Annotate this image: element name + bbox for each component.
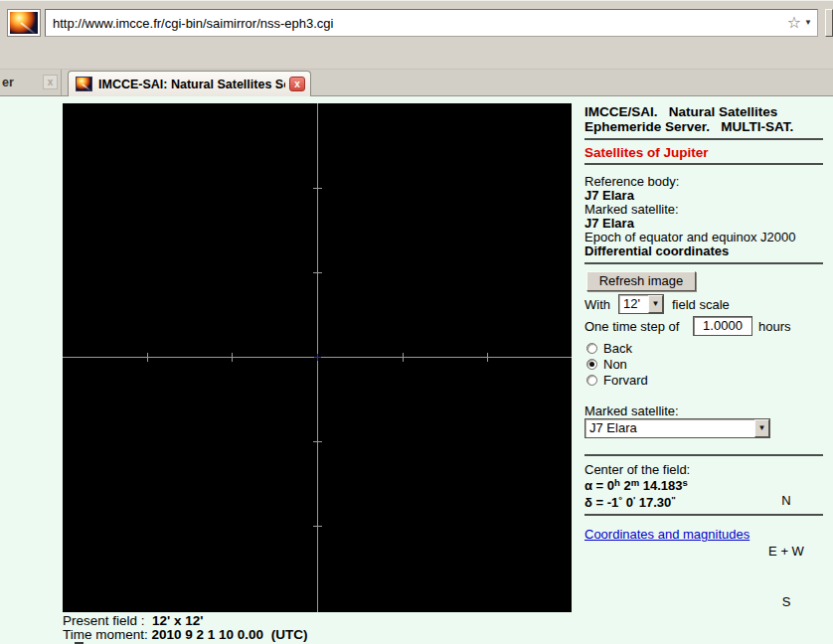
divider xyxy=(584,514,823,516)
bookmark-star-icon[interactable]: ☆ xyxy=(787,15,801,31)
axis-tick xyxy=(313,188,322,189)
present-field-label: Present field : xyxy=(63,613,152,628)
tab-close-icon[interactable]: x xyxy=(289,77,305,91)
radio-icon[interactable] xyxy=(586,343,597,354)
field-scale-suffix: field scale xyxy=(672,297,730,312)
divider xyxy=(584,454,823,456)
chevron-down-icon[interactable]: ▼ xyxy=(648,295,663,313)
marked-satellite-select-label: Marked satellite: xyxy=(584,403,679,418)
right-ascension-value: α = 0h 2m 14.183s xyxy=(584,478,688,493)
site-favicon-button[interactable] xyxy=(7,9,41,37)
epoch-text: Epoch of equator and equinox J2000 xyxy=(584,231,823,244)
with-label: With xyxy=(584,297,610,312)
marked-satellite-select[interactable]: J7 Elara ▼ xyxy=(584,418,770,438)
compass-rose: N E + W S xyxy=(755,458,817,627)
center-of-field-label: Center of the field: xyxy=(584,462,690,477)
radio-forvard-label: Forvard xyxy=(603,373,648,388)
field-scale-select[interactable]: 12' ▼ xyxy=(618,294,664,314)
axis-tick xyxy=(232,353,233,362)
radio-icon[interactable] xyxy=(586,359,597,370)
time-moment-value: 2010 9 2 1 10 0.00 xyxy=(152,627,264,642)
radio-non[interactable]: Non xyxy=(586,357,627,372)
bookmark-dropdown-icon[interactable]: ▼ xyxy=(804,19,812,27)
radio-icon[interactable] xyxy=(586,375,597,386)
sky-image xyxy=(63,103,572,612)
address-bar[interactable]: http://www.imcce.fr/cgi-bin/saimirror/ns… xyxy=(45,9,818,37)
tab-title: IMCCE-SAI: Natural Satellites Ser... xyxy=(98,78,285,91)
comet-favicon-icon xyxy=(10,12,38,34)
compass-south: S xyxy=(755,593,817,610)
address-bar-side-button[interactable] xyxy=(825,9,833,37)
tab-favicon-icon xyxy=(76,77,92,91)
tab-background-partial[interactable]: er x xyxy=(0,70,62,95)
reference-body-value: J7 Elara xyxy=(584,189,823,203)
ephemeris-info-block: Reference body: J7 Elara Marked satellit… xyxy=(584,175,823,258)
compass-north: N xyxy=(755,492,817,509)
present-field-value: 12' x 12' xyxy=(152,613,203,628)
radio-back[interactable]: Back xyxy=(586,341,632,356)
compass-east-west: E + W xyxy=(755,543,817,560)
present-field-line: Present field : 12' x 12' xyxy=(63,613,204,628)
tab-active[interactable]: IMCCE-SAI: Natural Satellites Ser... x xyxy=(68,71,311,96)
axis-tick xyxy=(313,441,322,442)
tab-close-icon[interactable]: x xyxy=(43,75,58,89)
axis-tick xyxy=(313,526,322,527)
marked-satellite-value: J7 Elara xyxy=(584,217,823,231)
field-scale-value: 12' xyxy=(619,295,648,313)
divider xyxy=(584,163,823,165)
satellite-marker xyxy=(317,354,318,361)
marked-satellite-label: Marked satellite: xyxy=(584,203,823,217)
declination-value: δ = -1° 0' 17.30" xyxy=(584,495,676,510)
radio-non-label: Non xyxy=(603,357,627,372)
refresh-image-button[interactable]: Refresh image xyxy=(586,271,696,291)
time-step-suffix: hours xyxy=(758,319,791,334)
partial-tab-label: er xyxy=(2,76,14,89)
reference-body-label: Reference body: xyxy=(584,175,823,189)
time-step-input[interactable]: 1.0000 xyxy=(693,316,752,336)
radio-back-label: Back xyxy=(603,341,632,356)
time-moment-line: Time moment: 2010 9 2 1 10 0.00 (UTC) xyxy=(63,627,307,642)
coordinates-type-text: Differential coordinates xyxy=(584,244,823,258)
axis-tick xyxy=(487,353,488,362)
axis-tick xyxy=(147,353,148,362)
axis-tick xyxy=(313,272,322,273)
satellites-of-jupiter-heading: Satellites of Jupiter xyxy=(584,145,823,160)
divider xyxy=(584,262,823,264)
page-title: IMCCE/SAI. Natural Satellites Ephemeride… xyxy=(584,104,823,134)
radio-forvard[interactable]: Forvard xyxy=(586,373,648,388)
divider xyxy=(584,138,823,140)
marked-satellite-select-value: J7 Elara xyxy=(585,419,754,437)
chevron-down-icon[interactable]: ▼ xyxy=(754,419,769,437)
time-step-label: One time step of xyxy=(584,319,679,334)
time-moment-label: Time moment: xyxy=(63,627,152,642)
time-moment-utc: (UTC) xyxy=(263,627,307,642)
axis-tick xyxy=(403,353,404,362)
url-text[interactable]: http://www.imcce.fr/cgi-bin/saimirror/ns… xyxy=(53,16,787,31)
coordinates-magnitudes-link[interactable]: Coordinates and magnitudes xyxy=(584,527,823,542)
